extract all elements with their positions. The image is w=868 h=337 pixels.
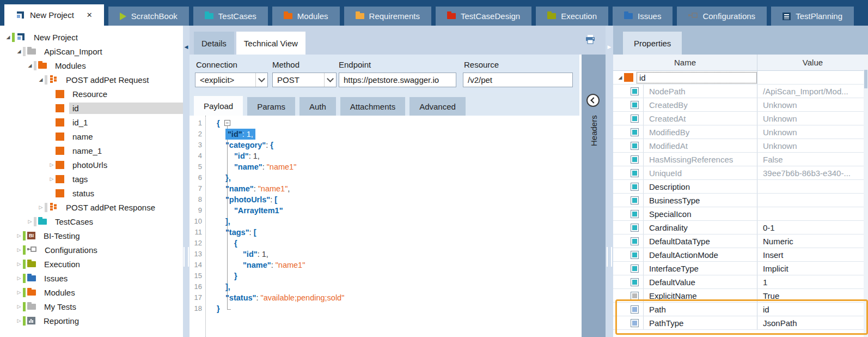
tab-attachments[interactable]: Attachments bbox=[340, 97, 405, 116]
property-value-cell[interactable]: False bbox=[757, 153, 864, 166]
close-icon[interactable]: ✕ bbox=[87, 11, 93, 19]
property-value-cell[interactable]: JsonPath bbox=[757, 316, 864, 329]
code-line-8[interactable]: "photoUrls": [ bbox=[217, 194, 579, 205]
code-line-1[interactable]: { bbox=[217, 118, 579, 129]
collapse-arrow-icon[interactable]: ▷ bbox=[48, 176, 56, 182]
property-value-cell[interactable] bbox=[757, 207, 864, 220]
property-value-cell[interactable]: 39ee7b6b-86b3-e340-... bbox=[757, 166, 864, 179]
property-value-cell[interactable]: Unknown bbox=[757, 125, 864, 139]
property-row-defaultactionmode[interactable]: DefaultActionModeInsert bbox=[613, 248, 864, 262]
code-line-14[interactable]: "name": "name1" bbox=[217, 260, 579, 270]
collapse-arrow-icon[interactable]: ▷ bbox=[15, 318, 23, 323]
tab-technical-view[interactable]: Technical View bbox=[236, 32, 305, 55]
tree-item-my-tests[interactable]: ▷My Tests bbox=[0, 299, 183, 314]
expand-arrow-icon[interactable]: ◢ bbox=[616, 75, 624, 80]
tree-item-issues[interactable]: ▷Issues bbox=[0, 271, 183, 285]
tab-testcasedesign[interactable]: TestCaseDesign bbox=[436, 7, 531, 26]
tab-issues[interactable]: Issues bbox=[613, 7, 673, 26]
expand-arrow-icon[interactable]: ◢ bbox=[15, 49, 23, 54]
tree-item-bi-testing[interactable]: ▷BIBI-Testing bbox=[0, 228, 183, 243]
property-row-createdat[interactable]: CreatedAtUnknown bbox=[613, 112, 864, 125]
tree-item-post-addpet-request[interactable]: ◢POST addPet Request bbox=[0, 73, 183, 87]
tab-testplanning[interactable]: TestPlanning bbox=[771, 7, 854, 26]
property-value-cell[interactable] bbox=[757, 71, 864, 84]
code-line-5[interactable]: "name": "name1" bbox=[217, 161, 579, 172]
code-line-10[interactable]: ], bbox=[217, 216, 579, 227]
tab-properties[interactable]: Properties bbox=[623, 32, 682, 55]
property-row-defaultvalue[interactable]: DefaultValue1 bbox=[613, 275, 864, 289]
property-row-createdby[interactable]: CreatedByUnknown bbox=[613, 98, 864, 112]
property-value-cell[interactable]: 0-1 bbox=[757, 221, 864, 234]
expand-arrow-icon[interactable]: ◢ bbox=[37, 77, 45, 82]
left-splitter[interactable]: ◀ bbox=[183, 26, 190, 337]
tree-item-configurations[interactable]: ▷Configurations bbox=[0, 243, 183, 257]
payload-code-editor[interactable]: 123456789101112131415161718 − {"id": 1,"… bbox=[190, 116, 579, 337]
property-row-description[interactable]: Description bbox=[613, 180, 864, 194]
endpoint-input[interactable] bbox=[339, 73, 456, 87]
property-row-defaultdatatype[interactable]: DefaultDataTypeNumeric bbox=[613, 234, 864, 248]
tree-item-testcases[interactable]: ▷TestCases bbox=[0, 214, 183, 228]
property-value-cell[interactable]: 1 bbox=[757, 275, 864, 288]
right-splitter[interactable]: ▶ bbox=[606, 26, 613, 337]
code-line-9[interactable]: "ArrayItem1" bbox=[217, 205, 579, 216]
collapse-arrow-icon[interactable]: ▷ bbox=[15, 261, 23, 267]
tab-payload[interactable]: Payload bbox=[194, 96, 243, 116]
property-row-businesstype[interactable]: BusinessType bbox=[613, 194, 864, 207]
property-row-modifiedat[interactable]: ModifiedAtUnknown bbox=[613, 139, 864, 153]
property-row-uniqueid[interactable]: UniqueId39ee7b6b-86b3-e340-... bbox=[613, 166, 864, 180]
tree-item-apiscan-import[interactable]: ◢ApiScan_Import bbox=[0, 44, 183, 58]
tree-item-status[interactable]: status bbox=[0, 186, 183, 200]
left-splitter-grip[interactable] bbox=[184, 247, 189, 267]
collapse-arrow-icon[interactable]: ▷ bbox=[26, 219, 34, 224]
tab-scratchbook[interactable]: ScratchBook bbox=[108, 7, 189, 26]
code-line-18[interactable]: } bbox=[217, 303, 579, 314]
connection-select[interactable]: <explicit> bbox=[195, 73, 268, 87]
code-line-7[interactable]: "name": "name1", bbox=[217, 183, 579, 194]
expand-arrow-icon[interactable]: ◢ bbox=[26, 63, 34, 68]
headers-vertical-tab[interactable]: Headers bbox=[582, 111, 606, 151]
tab-auth[interactable]: Auth bbox=[299, 97, 336, 116]
tree-item-name[interactable]: name bbox=[0, 129, 183, 143]
property-row-specialicon[interactable]: SpecialIcon bbox=[613, 207, 864, 221]
property-value-cell[interactable]: id bbox=[757, 303, 864, 316]
collapse-arrow-icon[interactable]: ▷ bbox=[15, 233, 23, 238]
tab-details[interactable]: Details bbox=[194, 32, 234, 55]
collapse-left-icon[interactable]: ◀ bbox=[183, 44, 190, 50]
collapse-arrow-icon[interactable]: ▷ bbox=[15, 290, 23, 295]
print-icon[interactable] bbox=[585, 35, 596, 45]
property-value-cell[interactable]: Insert bbox=[757, 248, 864, 261]
right-splitter-grip[interactable] bbox=[607, 247, 612, 267]
tree-item-post-addpet-response[interactable]: ▷POST addPet Response bbox=[0, 200, 183, 214]
property-row-pathtype[interactable]: PathTypeJsonPath bbox=[613, 316, 864, 330]
resource-input[interactable] bbox=[463, 73, 573, 87]
code-line-15[interactable]: } bbox=[217, 270, 579, 281]
tree-item-execution[interactable]: ▷Execution bbox=[0, 257, 183, 271]
code-line-13[interactable]: "id": 1, bbox=[217, 249, 579, 260]
method-select[interactable]: POST bbox=[272, 73, 337, 87]
property-value-cell[interactable]: Implicit bbox=[757, 262, 864, 275]
property-row-path[interactable]: Pathid bbox=[613, 303, 864, 316]
tab-execution[interactable]: Execution bbox=[536, 7, 608, 26]
tree-item-new-project[interactable]: ◢New Project bbox=[0, 30, 183, 44]
property-value-cell[interactable] bbox=[757, 194, 864, 207]
collapse-arrow-icon[interactable]: ▷ bbox=[48, 162, 56, 167]
expand-arrow-icon[interactable]: ◢ bbox=[4, 34, 12, 40]
properties-scrollbar[interactable] bbox=[864, 55, 868, 337]
property-value-cell[interactable] bbox=[757, 180, 864, 193]
property-row-id[interactable]: ◢id bbox=[613, 71, 864, 85]
collapse-arrow-icon[interactable]: ▷ bbox=[37, 204, 45, 210]
property-row-nodepath[interactable]: NodePath/ApiScan_Import/Mod... bbox=[613, 85, 864, 98]
tree-item-id[interactable]: id bbox=[0, 101, 183, 115]
property-value-cell[interactable]: Unknown bbox=[757, 139, 864, 152]
property-value-cell[interactable]: Unknown bbox=[757, 112, 864, 125]
tree-item-modules[interactable]: ◢Modules bbox=[0, 58, 183, 73]
code-line-16[interactable]: ], bbox=[217, 281, 579, 292]
scrollbar-thumb[interactable] bbox=[864, 70, 867, 88]
collapse-arrow-icon[interactable]: ▷ bbox=[15, 304, 23, 309]
tree-item-photourls[interactable]: ▷photoUrls bbox=[0, 158, 183, 172]
property-value-cell[interactable]: Numeric bbox=[757, 234, 864, 248]
tab-modules[interactable]: Modules bbox=[272, 7, 340, 26]
collapse-arrow-icon[interactable]: ▷ bbox=[15, 247, 23, 252]
property-row-hasmissingreferences[interactable]: HasMissingReferencesFalse bbox=[613, 153, 864, 166]
code-line-12[interactable]: { bbox=[217, 238, 579, 249]
